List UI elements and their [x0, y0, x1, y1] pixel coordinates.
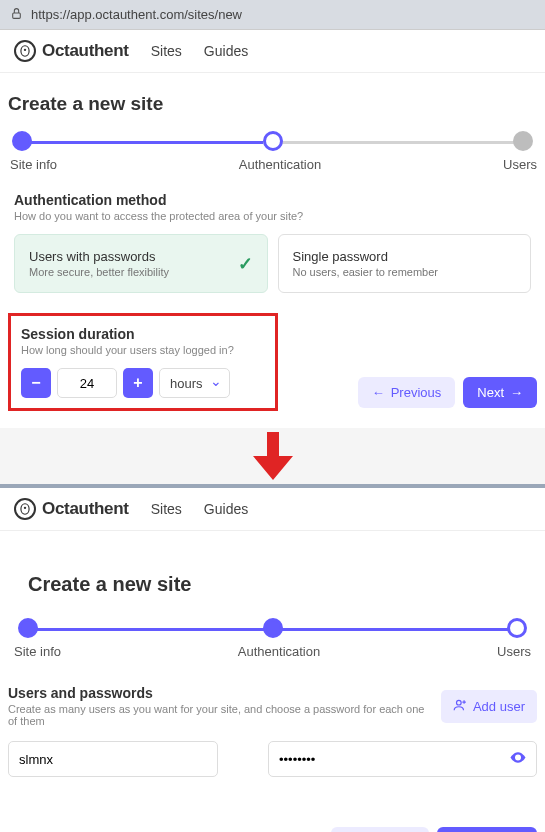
auth-method-section: Authentication method How do you want to…: [8, 192, 537, 293]
eye-icon[interactable]: [509, 749, 527, 770]
auth-method-heading: Authentication method: [14, 192, 531, 208]
auth-option-title: Users with passwords: [29, 249, 253, 264]
auth-option-title: Single password: [293, 249, 517, 264]
auth-option-users-with-passwords[interactable]: Users with passwords More secure, better…: [14, 234, 268, 293]
stepper: [18, 618, 527, 638]
checkmark-icon: ✓: [238, 253, 253, 275]
password-input[interactable]: [268, 741, 537, 777]
step-label-authentication: Authentication: [238, 644, 320, 659]
panel-users: Create a new site Site info Authenticati…: [0, 531, 545, 832]
nav-sites[interactable]: Sites: [151, 43, 182, 59]
session-unit-select[interactable]: hours: [159, 368, 230, 398]
page-title: Create a new site: [8, 93, 537, 115]
nav-sites[interactable]: Sites: [151, 501, 182, 517]
auth-option-sub: No users, easier to remember: [293, 266, 517, 278]
session-desc: How long should your users stay logged i…: [21, 344, 265, 356]
top-bar: Octauthent Sites Guides: [0, 30, 545, 73]
top-bar: Octauthent Sites Guides: [0, 488, 545, 531]
lock-icon: [10, 7, 23, 23]
svg-point-1: [24, 49, 26, 51]
brand-logo-icon: [14, 498, 36, 520]
down-arrow-icon: [253, 432, 293, 480]
step-label-users: Users: [503, 157, 537, 172]
auth-option-single-password[interactable]: Single password No users, easier to reme…: [278, 234, 532, 293]
brand[interactable]: Octauthent: [14, 40, 129, 62]
step-label-site-info: Site info: [14, 644, 61, 659]
step-label-users: Users: [497, 644, 531, 659]
next-button[interactable]: Next →: [463, 377, 537, 408]
add-user-icon: [453, 698, 467, 715]
transition-arrow: [0, 428, 545, 488]
nav-guides[interactable]: Guides: [204, 501, 248, 517]
previous-button[interactable]: ← Previous: [331, 827, 429, 832]
page-title: Create a new site: [28, 573, 517, 596]
brand-name: Octauthent: [42, 41, 129, 61]
step-label-site-info: Site info: [10, 157, 57, 172]
url-text: https://app.octauthent.com/sites/new: [31, 7, 242, 22]
browser-address-bar: https://app.octauthent.com/sites/new: [0, 0, 545, 30]
arrow-left-icon: ←: [372, 385, 385, 400]
step-dot-site-info[interactable]: [12, 131, 32, 151]
auth-method-desc: How do you want to access the protected …: [14, 210, 531, 222]
wizard-nav: ← Previous Save site: [8, 827, 537, 832]
save-site-button[interactable]: Save site: [437, 827, 537, 832]
step-dot-authentication[interactable]: [263, 618, 283, 638]
users-heading: Users and passwords: [8, 685, 429, 701]
username-input[interactable]: [8, 741, 218, 777]
svg-rect-0: [13, 12, 21, 17]
step-dot-users[interactable]: [507, 618, 527, 638]
step-label-authentication: Authentication: [239, 157, 321, 172]
step-dot-site-info[interactable]: [18, 618, 38, 638]
add-user-button[interactable]: Add user: [441, 690, 537, 723]
session-heading: Session duration: [21, 326, 265, 342]
brand[interactable]: Octauthent: [14, 498, 129, 520]
svg-point-2: [24, 507, 26, 509]
brand-name: Octauthent: [42, 499, 129, 519]
svg-point-4: [517, 756, 520, 759]
arrow-right-icon: →: [510, 385, 523, 400]
increment-button[interactable]: +: [123, 368, 153, 398]
step-dot-users[interactable]: [513, 131, 533, 151]
panel-authentication: Create a new site Site info Authenticati…: [0, 73, 545, 428]
step-dot-authentication[interactable]: [263, 131, 283, 151]
users-desc: Create as many users as you want for you…: [8, 703, 429, 727]
nav-guides[interactable]: Guides: [204, 43, 248, 59]
stepper: [12, 131, 533, 151]
brand-logo-icon: [14, 40, 36, 62]
previous-button[interactable]: ← Previous: [358, 377, 456, 408]
decrement-button[interactable]: −: [21, 368, 51, 398]
svg-point-3: [456, 700, 461, 705]
auth-option-sub: More secure, better flexibility: [29, 266, 253, 278]
session-value-input[interactable]: [57, 368, 117, 398]
